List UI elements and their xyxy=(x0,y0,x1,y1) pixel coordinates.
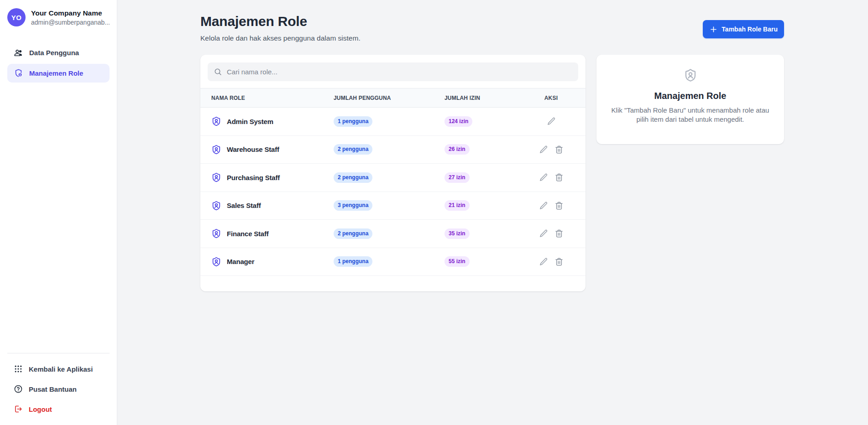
page-subtitle: Kelola role dan hak akses pengguna dalam… xyxy=(200,34,361,43)
page-header-text: Manajemen Role Kelola role dan hak akses… xyxy=(200,13,361,43)
sidebar-item-label: Pusat Bantuan xyxy=(29,385,77,393)
company-meta: Your Company Name admin@sumberpanganab..… xyxy=(31,9,110,26)
sidebar-item-kembali-ke-aplikasi[interactable]: Kembali ke Aplikasi xyxy=(7,361,110,377)
plus-icon xyxy=(709,25,718,34)
users-count-badge: 2 pengguna xyxy=(334,144,372,155)
shield-user-icon xyxy=(211,172,221,182)
sidebar-item-logout[interactable]: Logout xyxy=(7,401,110,417)
shield-user-icon xyxy=(211,116,221,126)
actions-cell xyxy=(517,229,586,238)
shield-user-icon xyxy=(684,68,697,82)
role-name: Warehouse Staff xyxy=(227,145,279,153)
actions-cell xyxy=(517,257,586,266)
column-header-nama-role: NAMA ROLE xyxy=(200,95,323,101)
delete-role-button[interactable] xyxy=(554,173,564,182)
permissions-count-cell: 55 izin xyxy=(434,256,517,267)
delete-role-button[interactable] xyxy=(554,257,564,266)
sidebar: YO Your Company Name admin@sumberpangana… xyxy=(0,0,117,425)
shield-user-icon xyxy=(211,201,221,211)
role-name: Sales Staff xyxy=(227,202,261,209)
table-row: Finance Staff 2 pengguna 35 izin xyxy=(200,220,586,248)
permissions-count-badge: 27 izin xyxy=(444,172,470,183)
search-section xyxy=(200,55,586,88)
table-body: Admin System 1 pengguna 124 izin xyxy=(200,108,586,276)
help-circle-icon xyxy=(14,384,23,394)
edit-role-button[interactable] xyxy=(539,145,548,154)
delete-role-button[interactable] xyxy=(554,201,564,210)
permissions-count-badge: 35 izin xyxy=(444,228,470,239)
content-area: NAMA ROLE JUMLAH PENGGUNA JUMLAH IZIN AK… xyxy=(200,55,784,291)
delete-role-button[interactable] xyxy=(554,145,564,154)
permissions-count-cell: 124 izin xyxy=(434,116,517,127)
edit-role-button[interactable] xyxy=(547,117,556,126)
table-row: Admin System 1 pengguna 124 izin xyxy=(200,108,586,136)
shield-user-icon xyxy=(211,228,221,238)
main-content: Manajemen Role Kelola role dan hak akses… xyxy=(117,0,868,425)
table-footer-spacer xyxy=(200,276,586,291)
users-count-cell: 2 pengguna xyxy=(323,228,434,239)
sidebar-item-data-pengguna[interactable]: Data Pengguna xyxy=(7,43,110,62)
role-name-cell: Finance Staff xyxy=(200,228,323,238)
permissions-count-badge: 124 izin xyxy=(444,116,472,127)
edit-role-button[interactable] xyxy=(539,229,548,238)
permissions-count-badge: 55 izin xyxy=(444,256,470,267)
apps-grid-icon xyxy=(14,364,23,373)
column-header-jumlah-pengguna: JUMLAH PENGGUNA xyxy=(323,95,434,101)
users-count-cell: 3 pengguna xyxy=(323,200,434,211)
sidebar-nav: Data Pengguna Manajemen Role xyxy=(7,43,110,83)
users-count-badge: 3 pengguna xyxy=(334,200,372,211)
info-panel-title: Manajemen Role xyxy=(611,90,769,102)
shield-user-icon xyxy=(211,145,221,155)
delete-role-button[interactable] xyxy=(554,229,564,238)
add-role-button-label: Tambah Role Baru xyxy=(722,26,778,33)
edit-role-button[interactable] xyxy=(539,257,548,266)
role-name: Admin System xyxy=(227,118,273,125)
add-role-button[interactable]: Tambah Role Baru xyxy=(703,20,784,38)
permissions-count-cell: 21 izin xyxy=(434,200,517,211)
users-count-badge: 1 pengguna xyxy=(334,256,372,267)
users-count-cell: 1 pengguna xyxy=(323,256,434,267)
table-row: Warehouse Staff 2 pengguna 26 izin xyxy=(200,136,586,164)
role-name-cell: Purchasing Staff xyxy=(200,172,323,182)
actions-cell xyxy=(517,117,586,126)
actions-cell xyxy=(517,201,586,210)
table-row: Purchasing Staff 2 pengguna 27 izin xyxy=(200,164,586,192)
permissions-count-cell: 27 izin xyxy=(434,172,517,183)
shield-person-badge-icon xyxy=(14,68,23,78)
sidebar-footer: Kembali ke Aplikasi Pusat Bantuan Logo xyxy=(7,353,110,417)
avatar: YO xyxy=(7,8,26,26)
sidebar-item-pusat-bantuan[interactable]: Pusat Bantuan xyxy=(7,381,110,397)
users-count-badge: 2 pengguna xyxy=(334,172,372,183)
role-name-cell: Sales Staff xyxy=(200,201,323,211)
page-title: Manajemen Role xyxy=(200,13,361,30)
users-count-cell: 2 pengguna xyxy=(323,144,434,155)
users-count-cell: 2 pengguna xyxy=(323,172,434,183)
company-profile: YO Your Company Name admin@sumberpangana… xyxy=(7,8,110,26)
info-panel-body: Klik "Tambah Role Baru" untuk menambah r… xyxy=(611,106,769,124)
company-name: Your Company Name xyxy=(31,9,110,18)
users-count-badge: 1 pengguna xyxy=(334,116,372,127)
sidebar-item-manajemen-role[interactable]: Manajemen Role xyxy=(7,64,110,83)
search-input[interactable] xyxy=(227,68,572,76)
edit-role-button[interactable] xyxy=(539,201,548,210)
users-count-badge: 2 pengguna xyxy=(334,228,372,239)
column-header-aksi: AKSI xyxy=(517,95,586,101)
role-name: Finance Staff xyxy=(227,230,269,238)
users-count-cell: 1 pengguna xyxy=(323,116,434,127)
sidebar-item-label: Kembali ke Aplikasi xyxy=(29,365,93,373)
logout-icon xyxy=(14,404,23,414)
permissions-count-badge: 26 izin xyxy=(444,144,470,155)
users-icon xyxy=(14,48,23,57)
permissions-count-cell: 26 izin xyxy=(434,144,517,155)
edit-role-button[interactable] xyxy=(539,173,548,182)
table-header: NAMA ROLE JUMLAH PENGGUNA JUMLAH IZIN AK… xyxy=(200,88,586,108)
role-name-cell: Warehouse Staff xyxy=(200,145,323,155)
sidebar-item-label: Logout xyxy=(29,405,52,413)
sidebar-item-label: Data Pengguna xyxy=(29,49,79,57)
shield-user-icon xyxy=(211,257,221,267)
role-name-cell: Manager xyxy=(200,257,323,267)
actions-cell xyxy=(517,173,586,182)
role-name: Purchasing Staff xyxy=(227,174,280,181)
info-panel: Manajemen Role Klik "Tambah Role Baru" u… xyxy=(596,55,784,144)
role-name: Manager xyxy=(227,258,254,265)
